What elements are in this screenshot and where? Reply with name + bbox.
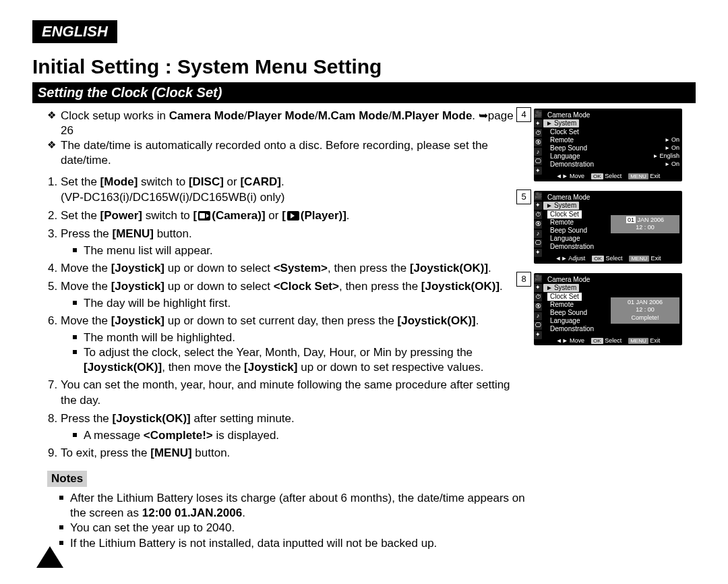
step-6-sub2: To adjust the clock, select the Year, Mo… bbox=[73, 345, 528, 375]
intro-bullets: Clock setup works in Camera Mode/Player … bbox=[47, 109, 528, 168]
note-1: After the Lithium Battery loses its char… bbox=[59, 491, 528, 521]
step-3-sub: The menu list will appear. bbox=[73, 243, 528, 258]
procedure-list: Set the [Mode] switch to [DISC] or [CARD… bbox=[47, 175, 528, 461]
player-icon bbox=[287, 211, 299, 221]
intro-1: Clock setup works in Camera Mode/Player … bbox=[47, 109, 528, 138]
language-tag: ENGLISH bbox=[32, 20, 117, 43]
step-7: You can set the month, year, hour, and m… bbox=[61, 378, 528, 409]
intro-2: The date/time is automatically recorded … bbox=[47, 138, 528, 168]
step-6: Move the [Joystick] up or down to set cu… bbox=[61, 314, 528, 375]
notes-header: Notes bbox=[47, 471, 87, 487]
step-3: Press the [MENU] button. The menu list w… bbox=[61, 227, 528, 258]
callout-5: 5 bbox=[516, 189, 531, 204]
callout-4: 4 bbox=[516, 107, 531, 122]
page-title: Initial Setting : System Menu Setting bbox=[32, 55, 696, 78]
step-8-sub: A message <Complete!> is displayed. bbox=[73, 428, 528, 443]
section-header: Setting the Clock (Clock Set) bbox=[32, 82, 696, 103]
step-6-sub1: The month will be highlighted. bbox=[73, 330, 528, 345]
step-5: Move the [Joystick] up or down to select… bbox=[61, 279, 528, 311]
note-2: You can set the year up to 2040. bbox=[59, 521, 528, 535]
screenshot-8: 8 🎥✦⏱⦿♪🖵✦ Camera Mode System Clock Set R… bbox=[534, 273, 696, 346]
step-9: To exit, press the [MENU] button. bbox=[61, 446, 528, 461]
date-panel-8: 01 JAN 2006 12 : 00 Complete! bbox=[611, 297, 679, 324]
step-5-sub: The day will be highlight first. bbox=[73, 296, 528, 311]
notes-list: After the Lithium Battery loses its char… bbox=[59, 491, 528, 550]
note-3: If the Lithium Battery is not installed,… bbox=[59, 536, 528, 551]
step-8: Press the [Joystick(OK)] after setting m… bbox=[61, 411, 528, 443]
step-1-note: (VP-DC163(i)/DC165W(i)/DC165WB(i) only) bbox=[61, 191, 285, 204]
step-4: Move the [Joystick] up or down to select… bbox=[61, 261, 528, 276]
screenshot-4: 4 🎥✦⏱⦿♪🖵✦ Camera Mode System Clock Set R… bbox=[534, 109, 696, 181]
step-1: Set the [Mode] switch to [DISC] or [CARD… bbox=[61, 175, 528, 206]
screenshot-5: 5 🎥✦⏱⦿♪🖵✦ Camera Mode System Clock Set R… bbox=[534, 191, 696, 264]
callout-8: 8 bbox=[516, 272, 531, 287]
camera-icon bbox=[198, 211, 210, 221]
date-panel-5: 01 JAN 2006 12 : 00 bbox=[611, 215, 679, 233]
step-2: Set the [Power] switch to [(Camera)] or … bbox=[61, 208, 528, 224]
page-number: 30 bbox=[36, 546, 63, 568]
